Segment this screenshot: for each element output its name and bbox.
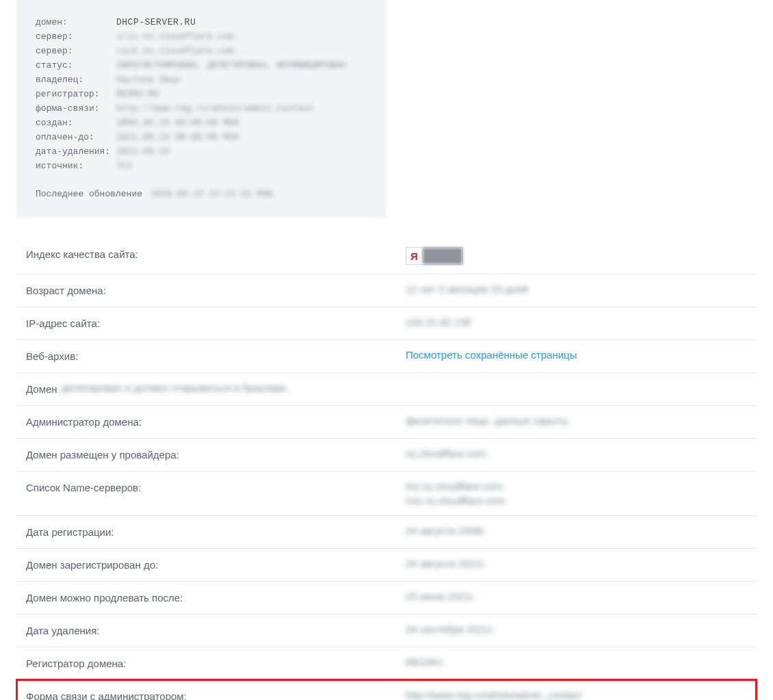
info-label: Форма связи с администратором: xyxy=(26,689,406,700)
whois-row: сервер:iris.ns.cloudflare.com. xyxy=(36,29,367,44)
info-label: Возраст домена: xyxy=(26,283,406,296)
whois-last-update: Последнее обновление 2020.09.15 12:21:51… xyxy=(36,187,367,201)
info-row: Дата удаления:24 сентября 2021г. xyxy=(16,614,757,647)
info-label: Домен xyxy=(26,382,57,395)
whois-value: REGRU-RU xyxy=(116,87,159,101)
info-row: Дата регистрации:24 августа 2008г. xyxy=(16,515,757,548)
whois-value: iris.ns.cloudflare.com. xyxy=(116,29,239,44)
domain-info-table: Индекс качества сайта:ЯВозраст домена:12… xyxy=(16,238,757,700)
info-value: Я xyxy=(406,247,747,265)
info-value: 12 лет 0 месяцев 25 дней xyxy=(406,283,747,295)
whois-footer-value: 2020.09.15 12:21:51 MSK xyxy=(150,189,273,199)
nameserver-line: rick.ns.cloudflare.com. xyxy=(406,495,747,506)
info-row: Администратор домена:физическое лицо, да… xyxy=(16,405,757,438)
whois-key: дата-удаления: xyxy=(36,144,116,159)
whois-key: создан: xyxy=(36,116,116,130)
info-label: Дата удаления: xyxy=(26,623,406,636)
info-row: Список Name-серверов:iris.ns.cloudflare.… xyxy=(16,471,757,515)
info-value: http://www.reg.ru/whois/admin_contact xyxy=(406,689,747,700)
whois-value: Частное Лицо xyxy=(116,73,181,87)
info-value: iris.ns.cloudflare.com.rick.ns.cloudflar… xyxy=(406,480,747,506)
whois-footer-label: Последнее обновление xyxy=(36,189,142,199)
whois-row: создан:2008.08.24 00:00:00 MSK xyxy=(36,116,367,130)
whois-key: источник: xyxy=(36,159,116,173)
info-row: IP-адрес сайта:104.31.82.136 xyxy=(16,307,757,339)
whois-key: домен: xyxy=(36,15,116,29)
info-row: Форма связи с администратором:http://www… xyxy=(16,679,757,700)
info-value: REGRU xyxy=(406,656,747,668)
whois-key: регистратор: xyxy=(36,87,116,101)
info-value: 25 июня 2021г. xyxy=(406,591,747,602)
whois-value: rick.ns.cloudflare.com. xyxy=(116,44,239,58)
whois-domain-value: DHCP-SERVER.RU xyxy=(116,15,196,29)
info-row: Веб-архив:Посмотреть сохранённые страниц… xyxy=(16,339,757,372)
info-row: Домен зарегистрирован до:24 августа 2021… xyxy=(16,548,757,581)
whois-row: сервер:rick.ns.cloudflare.com. xyxy=(36,44,367,58)
info-row: Домен размещен у провайдера:ns.cloudflar… xyxy=(16,438,757,471)
whois-key: сервер: xyxy=(36,44,116,58)
info-link[interactable]: Посмотреть сохранённые страницы xyxy=(406,349,577,361)
nameserver-line: iris.ns.cloudflare.com. xyxy=(406,480,747,492)
whois-value: http://www.reg.ru/whois/admin_contact xyxy=(116,101,314,116)
whois-raw-block: домен: DHCP-SERVER.RU сервер:iris.ns.clo… xyxy=(16,0,386,218)
whois-key: владелец: xyxy=(36,73,116,87)
whois-value: ЗАРЕГИСТРИРОВАН, ДЕЛЕГИРОВАН, ВЕРИФИЦИРО… xyxy=(116,58,345,73)
whois-key: форма-связи: xyxy=(36,101,116,116)
whois-key: сервер: xyxy=(36,29,116,44)
info-value: делегирован и должен открываться в брауз… xyxy=(62,382,289,393)
whois-key: оплачен-до: xyxy=(36,130,116,144)
info-value: ns.cloudflare.com xyxy=(406,448,747,459)
info-value: физическое лицо, данные скрыты xyxy=(406,415,747,426)
info-value: 24 сентября 2021г. xyxy=(406,623,747,635)
whois-value: 2008.08.24 00:00:00 MSK xyxy=(116,116,239,130)
whois-row: оплачен-до:2021.08.24 00:00:00 MSK xyxy=(36,130,367,144)
info-label: Список Name-серверов: xyxy=(26,480,406,493)
yandex-sqi-badge[interactable]: Я xyxy=(406,247,463,265)
info-label: Индекс качества сайта: xyxy=(26,247,406,260)
whois-value: 2021.09.24 xyxy=(116,144,170,159)
whois-row: источник:TCI xyxy=(36,159,367,173)
info-label: Домен зарегистрирован до: xyxy=(26,558,406,571)
whois-row: статус:ЗАРЕГИСТРИРОВАН, ДЕЛЕГИРОВАН, ВЕР… xyxy=(36,58,367,73)
info-label: Домен размещен у провайдера: xyxy=(26,448,406,461)
info-row: Индекс качества сайта:Я xyxy=(16,238,757,274)
info-value: 24 августа 2008г. xyxy=(406,525,747,536)
info-label: IP-адрес сайта: xyxy=(26,316,406,329)
whois-row: владелец:Частное Лицо xyxy=(36,73,367,87)
whois-row: регистратор:REGRU-RU xyxy=(36,87,367,101)
info-label: Регистратор домена: xyxy=(26,656,406,669)
whois-key: статус: xyxy=(36,58,116,73)
whois-row-domain: домен: DHCP-SERVER.RU xyxy=(36,15,367,29)
info-label: Домен можно продлевать после: xyxy=(26,591,406,604)
whois-value: 2021.08.24 00:00:00 MSK xyxy=(116,130,239,144)
info-label: Администратор домена: xyxy=(26,415,406,428)
info-value[interactable]: 104.31.82.136 xyxy=(406,316,747,328)
whois-value: TCI xyxy=(116,159,132,173)
info-row: Домен можно продлевать после:25 июня 202… xyxy=(16,581,757,614)
info-row: Возраст домена:12 лет 0 месяцев 25 дней xyxy=(16,274,757,307)
info-row: Регистратор домена:REGRU xyxy=(16,647,757,679)
info-label: Веб-архив: xyxy=(26,349,406,362)
whois-row: дата-удаления:2021.09.24 xyxy=(36,144,367,159)
yandex-sqi-value xyxy=(423,248,462,264)
whois-row: форма-связи:http://www.reg.ru/whois/admi… xyxy=(36,101,367,116)
info-row: Доменделегирован и должен открываться в … xyxy=(16,372,757,405)
info-value[interactable]: Посмотреть сохранённые страницы xyxy=(406,349,747,361)
yandex-logo-icon: Я xyxy=(406,248,423,264)
info-label: Дата регистрации: xyxy=(26,525,406,538)
info-value: 24 августа 2021г. xyxy=(406,558,747,569)
